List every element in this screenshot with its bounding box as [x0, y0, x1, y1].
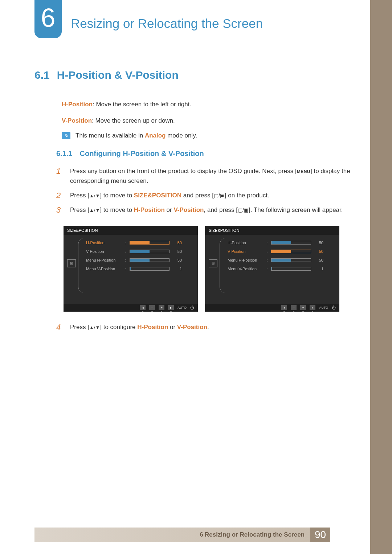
osd-footer: ◂ – + ▸ AUTO ⏻: [205, 304, 339, 312]
osd-colon: :: [124, 249, 127, 254]
osd-item-value: 50: [314, 241, 323, 245]
osd-slider-bar: [271, 250, 311, 253]
osd-item-value: 1: [172, 267, 182, 271]
osd-items: H-Position:50V-Position:50Menu H-Positio…: [228, 238, 336, 293]
osd-curve-decor: [220, 238, 225, 293]
enter-icon: ▢/▣: [238, 207, 249, 213]
step-text: Press [▲/▼] to move to H-Position or V-P…: [70, 205, 343, 215]
osd-item: H-Position:50: [228, 238, 336, 247]
osd-item: V-Position:50: [228, 247, 336, 256]
osd-category-icon: ⊞: [209, 259, 217, 267]
osd-minus-icon: –: [149, 305, 155, 310]
page-number: 90: [310, 528, 330, 542]
osd-item-label: V-Position: [86, 249, 122, 254]
osd-item-label: V-Position: [228, 249, 263, 254]
footer-bar: 6 Resizing or Relocating the Screen: [34, 528, 310, 542]
osd-slider-fill: [271, 250, 291, 253]
osd-item-value: 50: [172, 249, 182, 254]
osd-item-label: Menu H-Position: [86, 258, 122, 262]
updown-arrows-icon: ▲/▼: [89, 193, 100, 198]
osd-screenshots: SIZE&POSITION ⊞ H-Position:50V-Position:…: [64, 226, 354, 312]
osd-colon: :: [266, 249, 268, 254]
enter-icon: ▢/▣: [214, 193, 225, 198]
osd-colon: :: [124, 241, 127, 245]
osd-item-value: 50: [172, 258, 182, 262]
step-1: 1 Press any button on the front of the p…: [56, 167, 354, 186]
osd-body: ⊞ H-Position:50V-Position:50Menu H-Posit…: [205, 235, 339, 304]
osd-slider-bar: [271, 241, 311, 245]
step-text: Press [▲/▼] to configure H-Position or V…: [70, 323, 209, 332]
step-text: Press any button on the front of the pro…: [70, 167, 354, 186]
osd-slider-fill: [130, 250, 150, 253]
osd-item: Menu V-Position:1: [228, 264, 336, 273]
osd-item: Menu V-Position:1: [86, 264, 194, 273]
osd-colon: :: [266, 267, 268, 271]
osd-slider-fill: [271, 259, 291, 262]
updown-arrows-icon: ▲/▼: [89, 325, 100, 330]
osd-slider-bar: [130, 258, 170, 262]
osd-footer: ◂ – + ▸ AUTO ⏻: [64, 304, 198, 312]
chapter-title: Resizing or Relocating the Screen: [71, 16, 263, 31]
osd-items: H-Position:50V-Position:50Menu H-Positio…: [86, 238, 194, 293]
section-title: H-Position & V-Position: [57, 69, 179, 81]
menu-key-label: MENU: [297, 168, 310, 175]
section-heading: 6.1 H-Position & V-Position: [34, 69, 354, 81]
osd-slider-bar: [271, 258, 311, 262]
note-row: ✎ This menu is available in Analog mode …: [62, 132, 354, 139]
osd-slider-fill: [130, 241, 150, 244]
osd-colon: :: [124, 258, 127, 262]
osd-slider-bar: [130, 250, 170, 253]
osd-back-icon: ◂: [140, 305, 146, 310]
osd-header: SIZE&POSITION: [205, 226, 339, 235]
osd-item-value: 50: [314, 249, 323, 254]
updown-arrows-icon: ▲/▼: [89, 208, 100, 213]
footer-chapter-title: Resizing or Relocating the Screen: [205, 531, 305, 538]
osd-item: Menu H-Position:50: [86, 256, 194, 264]
osd-item: V-Position:50: [86, 247, 194, 256]
osd-slider-bar: [130, 267, 170, 271]
osd-slider-fill: [271, 267, 272, 270]
step-2: 2 Press [▲/▼] to move to SIZE&POSITION a…: [56, 191, 354, 200]
osd-item-label: Menu V-Position: [228, 267, 263, 271]
osd-play-icon: ▸: [168, 305, 174, 310]
step-3: 3 Press [▲/▼] to move to H-Position or V…: [56, 205, 354, 215]
osd-category-icon: ⊞: [67, 259, 76, 267]
note-icon: ✎: [62, 132, 70, 139]
content-area: 6.1 H-Position & V-Position H-Position: …: [34, 69, 354, 337]
osd-body: ⊞ H-Position:50V-Position:50Menu H-Posit…: [64, 235, 198, 304]
osd-item-label: H-Position: [228, 241, 263, 245]
step-number: 3: [56, 205, 64, 215]
osd-slider-bar: [271, 267, 311, 271]
osd-minus-icon: –: [291, 305, 297, 310]
chapter-tab: 6: [34, 0, 62, 38]
osd-colon: :: [266, 258, 268, 262]
step-text: Press [▲/▼] to move to SIZE&POSITION and…: [70, 191, 269, 200]
osd-item-value: 50: [314, 258, 323, 262]
osd-panel-right: SIZE&POSITION ⊞ H-Position:50V-Position:…: [205, 226, 339, 312]
osd-plus-icon: +: [300, 305, 306, 310]
osd-slider-fill: [130, 267, 131, 270]
osd-slider-fill: [271, 241, 291, 244]
note-text: This menu is available in Analog mode on…: [75, 132, 197, 139]
osd-item-value: 50: [172, 241, 182, 245]
osd-auto-label: AUTO: [319, 306, 328, 309]
osd-curve-decor: [78, 238, 83, 293]
subsection-title: Configuring H-Position & V-Position: [79, 149, 204, 158]
hposition-label: H-Position: [62, 101, 93, 108]
hposition-description: H-Position: Move the screen to the left …: [62, 99, 354, 109]
osd-header: SIZE&POSITION: [64, 226, 198, 235]
page-accent-border: [370, 0, 392, 554]
osd-auto-label: AUTO: [177, 306, 187, 309]
osd-slider-bar: [130, 241, 170, 245]
vposition-description: V-Position: Move the screen up or down.: [62, 116, 354, 126]
osd-item-label: Menu H-Position: [228, 258, 263, 262]
chapter-number: 6: [41, 3, 55, 33]
vposition-label: V-Position: [62, 117, 92, 124]
osd-slider-fill: [130, 259, 150, 262]
osd-panel-left: SIZE&POSITION ⊞ H-Position:50V-Position:…: [64, 226, 198, 312]
osd-item: Menu H-Position:50: [228, 256, 336, 264]
osd-item-value: 1: [314, 267, 323, 271]
osd-power-icon: ⏻: [332, 305, 336, 310]
osd-plus-icon: +: [159, 305, 164, 310]
osd-back-icon: ◂: [281, 305, 287, 310]
